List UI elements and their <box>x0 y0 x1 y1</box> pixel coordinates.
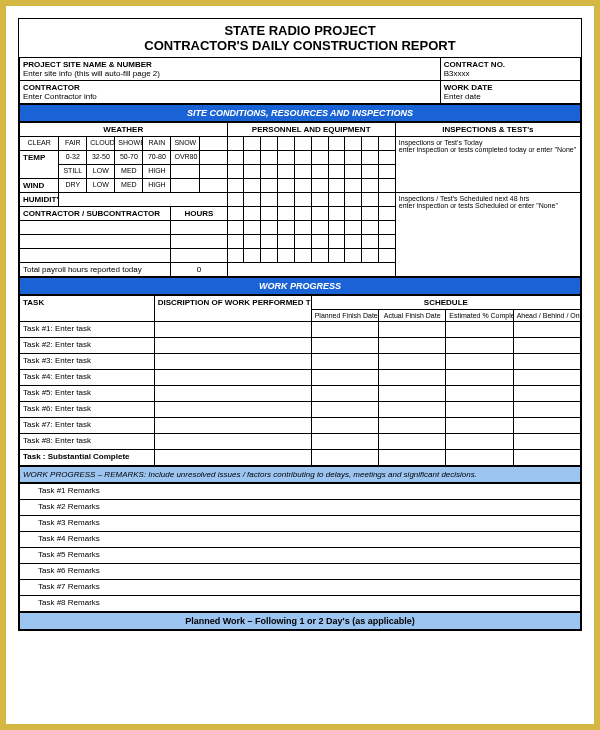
col-planned: Planned Finish Date <box>311 310 378 322</box>
inspections-next[interactable]: Inspections / Test's Scheduled next 48 h… <box>395 193 580 277</box>
table-row: Task #8 Remarks <box>20 596 581 612</box>
task-header: TASK <box>20 296 155 322</box>
weather-header: WEATHER <box>20 123 228 137</box>
table-row: Task #7: Enter task <box>20 418 581 434</box>
table-row: Task #3 Remarks <box>20 516 581 532</box>
table-row: Task #6 Remarks <box>20 564 581 580</box>
date-value[interactable]: Enter date <box>444 92 577 101</box>
date-label: WORK DATE <box>444 83 577 92</box>
contract-label: CONTRACT NO. <box>444 60 577 69</box>
progress-table: TASK DISCRIPTION OF WORK PERFORMED This … <box>19 295 581 466</box>
inspections-today[interactable]: Inspections or Test's Today enter inspec… <box>395 137 580 193</box>
site-label: PROJECT SITE NAME & NUMBER <box>23 60 437 69</box>
col-status: Ahead / Behind / On Schedule <box>513 310 580 322</box>
weather-check[interactable] <box>199 137 227 151</box>
table-row: Task #4: Enter task <box>20 370 581 386</box>
table-row: Task #4 Remarks <box>20 532 581 548</box>
col-estimated: Estimated % Complete <box>446 310 513 322</box>
title-line1: STATE RADIO PROJECT <box>19 23 581 38</box>
col-actual: Actual Finish Date <box>379 310 446 322</box>
payroll-value: 0 <box>171 263 227 277</box>
site-value[interactable]: Enter site info (this will auto-fill pag… <box>23 69 437 78</box>
wind-label: WIND <box>20 179 59 193</box>
remarks-header: WORK PROGRESS – REMARKS: Include unresol… <box>19 466 581 483</box>
substantial-row: Task : Substantial Complete <box>20 450 581 466</box>
contractor-value[interactable]: Enter Contractor info <box>23 92 437 101</box>
temp-label: TEMP <box>20 151 59 179</box>
table-row: Task #8: Enter task <box>20 434 581 450</box>
remarks-table: Task #1 Remarks Task #2 Remarks Task #3 … <box>19 483 581 612</box>
table-row: Task #3: Enter task <box>20 354 581 370</box>
table-row: Task #2: Enter task <box>20 338 581 354</box>
contractor-sub-label: CONTRACTOR / SUBCONTRACTOR <box>20 207 171 221</box>
planned-footer: Planned Work – Following 1 or 2 Day's (a… <box>19 612 581 630</box>
section1-bar: SITE CONDITIONS, RESOURCES AND INSPECTIO… <box>19 104 581 122</box>
table-row: Task #2 Remarks <box>20 500 581 516</box>
conditions-table: WEATHER PERSONNEL AND EQUIPMENT INSPECTI… <box>19 122 581 277</box>
inspections-header: INSPECTIONS & TEST's <box>395 123 580 137</box>
w-rain: RAIN <box>143 137 171 151</box>
table-row: Task #1 Remarks <box>20 484 581 500</box>
table-row: Task #5 Remarks <box>20 548 581 564</box>
table-row: Task #1: Enter task <box>20 322 581 338</box>
w-clear: CLEAR <box>20 137 59 151</box>
payroll-label: Total payroll hours reported today <box>20 263 171 277</box>
schedule-header: SCHEDULE <box>311 296 580 310</box>
w-snow: SNOW <box>171 137 199 151</box>
desc-header: DISCRIPTION OF WORK PERFORMED This Repor… <box>154 296 311 322</box>
table-row: Task #6: Enter task <box>20 402 581 418</box>
personnel-header: PERSONNEL AND EQUIPMENT <box>227 123 395 137</box>
hours-label: HOURS <box>171 207 227 221</box>
top-info-table: PROJECT SITE NAME & NUMBER Enter site in… <box>19 57 581 104</box>
report-header: STATE RADIO PROJECT CONTRACTOR'S DAILY C… <box>19 19 581 57</box>
title-line2: CONTRACTOR'S DAILY CONSTRUCTION REPORT <box>19 38 581 53</box>
contract-value[interactable]: B3xxxx <box>444 69 577 78</box>
w-shower: SHOWER <box>115 137 143 151</box>
section2-bar: WORK PROGRESS <box>19 277 581 295</box>
w-fair: FAIR <box>59 137 87 151</box>
humidity-label: HUMIDITY <box>20 193 59 207</box>
w-cloudy: CLOUDY <box>87 137 115 151</box>
table-row: Task #5: Enter task <box>20 386 581 402</box>
table-row: Task #7 Remarks <box>20 580 581 596</box>
contractor-label: CONTRACTOR <box>23 83 437 92</box>
